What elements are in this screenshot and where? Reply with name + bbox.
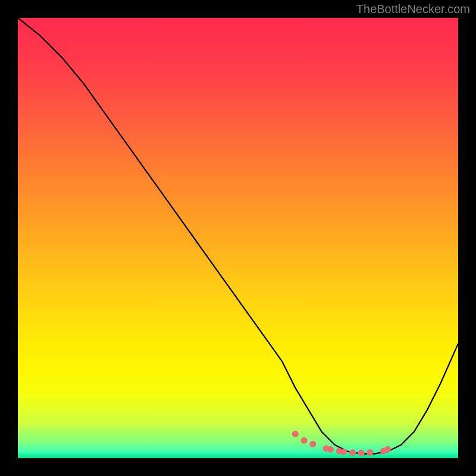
sweet-spot-dot [384, 446, 391, 453]
sweet-spot-dot [349, 449, 356, 456]
dots-layer [18, 18, 458, 458]
watermark-text: TheBottleNecker.com [356, 2, 470, 16]
sweet-spot-dot [327, 446, 334, 453]
sweet-spot-dots [292, 431, 391, 456]
plot-area [18, 18, 458, 458]
sweet-spot-dot [340, 448, 347, 455]
sweet-spot-dot [292, 431, 299, 437]
sweet-spot-dot [309, 441, 316, 447]
sweet-spot-dot [301, 437, 308, 444]
sweet-spot-dot [358, 450, 365, 456]
sweet-spot-dot [367, 449, 374, 456]
